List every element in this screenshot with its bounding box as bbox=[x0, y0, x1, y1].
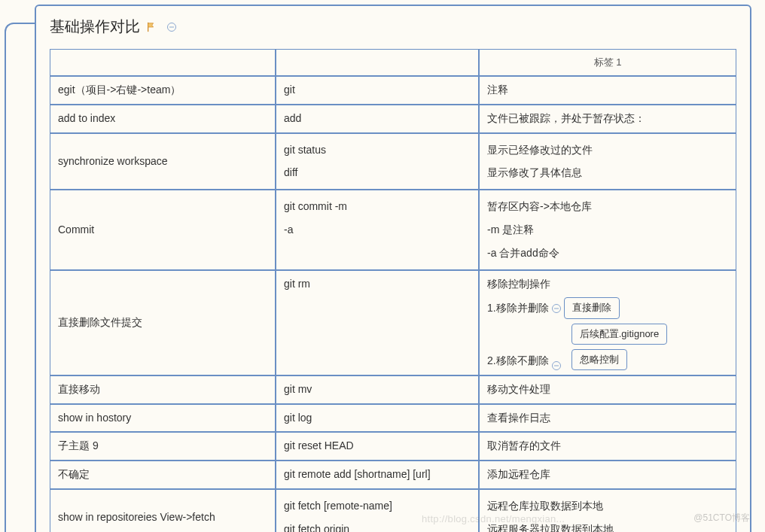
panel-title: 基础操作对比 bbox=[50, 17, 140, 37]
table-row: show in repositoreies View->fetch git fe… bbox=[50, 489, 736, 532]
mindmap-connector-bottom bbox=[5, 83, 35, 532]
table-row: 子主题 9 git reset HEAD 取消暂存的文件 bbox=[50, 432, 736, 461]
cell-note: 远程仓库拉取数据到本地 远程服务器拉取数据到本地 bbox=[479, 489, 736, 532]
cell-egit: show in hostory bbox=[50, 404, 276, 433]
cell-note: 查看操作日志 bbox=[479, 404, 736, 433]
comparison-table: 标签 1 egit（项目->右键->team） git 注释 add to in… bbox=[50, 49, 736, 532]
cell-egit: 子主题 9 bbox=[50, 432, 276, 461]
flag-icon bbox=[146, 22, 157, 32]
table-row: Commit git commit -m -a 暂存区内容->本地仓库 -m 是… bbox=[50, 190, 736, 269]
cell-egit: 直接移动 bbox=[50, 375, 276, 404]
special-line1: 1.移除并删除 直接删除 bbox=[487, 297, 728, 318]
table-row: add to index add 文件已被跟踪，并处于暂存状态： bbox=[50, 105, 736, 133]
cell-git: git bbox=[276, 76, 479, 105]
collapse-icon[interactable] bbox=[167, 23, 176, 32]
cell-note: 添加远程仓库 bbox=[479, 461, 736, 489]
cell-egit: 直接删除文件提交 bbox=[50, 270, 276, 375]
cell-note: 显示已经修改过的文件 显示修改了具体信息 bbox=[479, 133, 736, 190]
cell-note: 文件已被跟踪，并处于暂存状态： bbox=[479, 105, 736, 133]
panel-header: 基础操作对比 bbox=[36, 6, 750, 49]
panel-container: 基础操作对比 标签 1 egit（项目->右键->team） git 注释 ad… bbox=[35, 5, 751, 532]
table-row: show in hostory git log 查看操作日志 bbox=[50, 404, 736, 433]
table-row: 不确定 git remote add [shortname] [url] 添加远… bbox=[50, 461, 736, 489]
cell-egit: add to index bbox=[50, 105, 276, 133]
mini-node-box[interactable]: 直接删除 bbox=[564, 297, 620, 318]
cell-note: 暂存区内容->本地仓库 -m 是注释 -a 合并add命令 bbox=[479, 190, 736, 269]
table-row: 直接删除文件提交 git rm 移除控制操作 1.移除并删除 直接删除 2.移除… bbox=[50, 270, 736, 375]
cell-git: git reset HEAD bbox=[276, 432, 479, 461]
cell-git: add bbox=[276, 105, 479, 133]
cell-egit: Commit bbox=[50, 190, 276, 269]
cell-egit: show in repositoreies View->fetch bbox=[50, 489, 276, 532]
table-header-row: 标签 1 bbox=[50, 49, 736, 76]
cell-git: git fetch [remote-name] git fetch origin bbox=[276, 489, 479, 532]
node-collapse-icon[interactable] bbox=[552, 304, 561, 313]
mini-node-box[interactable]: 后续配置.gitignore bbox=[571, 324, 667, 345]
header-cell-1 bbox=[50, 49, 276, 76]
cell-git: git log bbox=[276, 404, 479, 433]
cell-egit: 不确定 bbox=[50, 461, 276, 489]
header-cell-3: 标签 1 bbox=[479, 49, 736, 76]
header-cell-2 bbox=[276, 49, 479, 76]
cell-note: 注释 bbox=[479, 76, 736, 105]
mini-node-box[interactable]: 忽略控制 bbox=[571, 349, 627, 370]
cell-note: 取消暂存的文件 bbox=[479, 432, 736, 461]
special-line0: 移除控制操作 bbox=[487, 275, 728, 293]
special-line2: 2.移除不删除 后续配置.gitignore 忽略控制 bbox=[487, 324, 728, 370]
table-row: egit（项目->右键->team） git 注释 bbox=[50, 76, 736, 105]
table-row: synchronize workspace git status diff 显示… bbox=[50, 133, 736, 190]
mindmap-connector-top bbox=[5, 23, 35, 90]
cell-egit: synchronize workspace bbox=[50, 133, 276, 190]
special-line1-prefix: 1.移除并删除 bbox=[487, 299, 549, 318]
cell-egit: egit（项目->右键->team） bbox=[50, 76, 276, 105]
cell-git: git remote add [shortname] [url] bbox=[276, 461, 479, 489]
cell-note: 移动文件处理 bbox=[479, 375, 736, 404]
cell-note-special: 移除控制操作 1.移除并删除 直接删除 2.移除不删除 后续配置.gitigno… bbox=[479, 270, 736, 375]
cell-git: git rm bbox=[276, 270, 479, 375]
mini-node-group: 后续配置.gitignore 忽略控制 bbox=[571, 324, 667, 370]
special-line2-prefix: 2.移除不删除 bbox=[487, 352, 549, 370]
table-row: 直接移动 git mv 移动文件处理 bbox=[50, 375, 736, 404]
cell-git: git commit -m -a bbox=[276, 190, 479, 269]
cell-git: git mv bbox=[276, 375, 479, 404]
node-collapse-icon[interactable] bbox=[552, 361, 561, 370]
cell-git: git status diff bbox=[276, 133, 479, 190]
